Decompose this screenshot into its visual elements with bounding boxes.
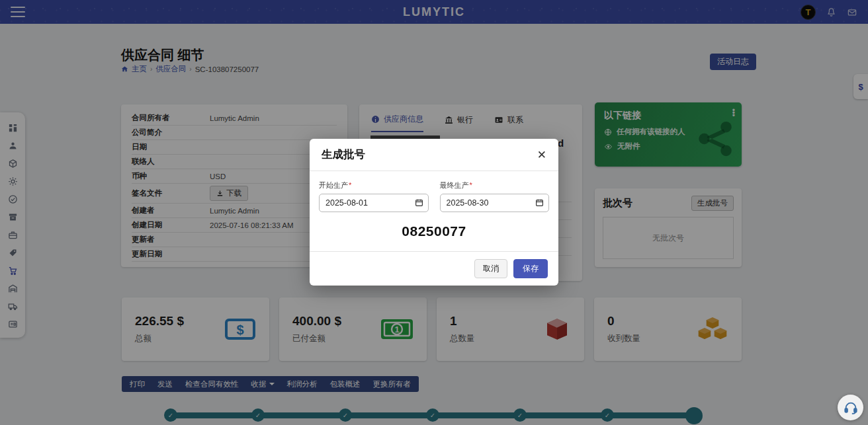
save-button[interactable]: 保存 — [513, 259, 548, 278]
cancel-button[interactable]: 取消 — [474, 259, 507, 278]
modal-title: 生成批号 — [322, 147, 365, 162]
headset-icon — [844, 401, 858, 415]
close-icon[interactable]: ✕ — [537, 148, 546, 162]
end-production-field: 最终生产* — [440, 180, 550, 212]
generate-batch-modal: 生成批号 ✕ 开始生产* 最终生产* 08250077 取消 保存 — [310, 139, 558, 286]
support-button[interactable] — [838, 395, 863, 420]
start-production-field: 开始生产* — [319, 180, 429, 212]
end-production-input[interactable] — [440, 194, 550, 212]
generated-batch-number: 08250077 — [319, 223, 549, 239]
start-production-input[interactable] — [319, 194, 429, 212]
